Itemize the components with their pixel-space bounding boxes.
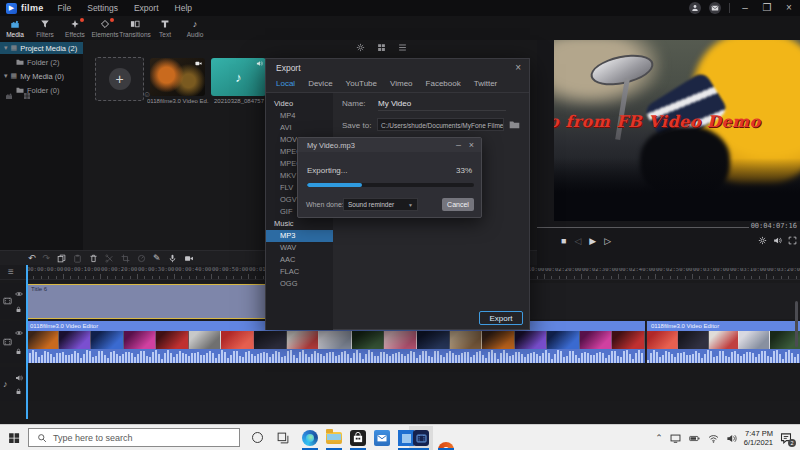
name-field[interactable]: My Video <box>378 99 506 111</box>
export-tab-local[interactable]: Local <box>276 79 295 88</box>
clock[interactable]: 7:47 PM 6/1/2021 <box>744 429 773 448</box>
export-tab-youtube[interactable]: YouTube <box>346 79 377 88</box>
track3-lane[interactable] <box>26 367 800 401</box>
filme-app-icon[interactable] <box>413 430 429 446</box>
video-preview[interactable]: o from FB Video Demo <box>554 30 800 221</box>
toolbar-item-audio[interactable]: ♪Audio <box>180 19 210 38</box>
export-tab-device[interactable]: Device <box>308 79 332 88</box>
progress-close-icon[interactable]: × <box>469 140 474 150</box>
toolbar-item-media[interactable]: Media <box>0 19 30 38</box>
notification-center-icon[interactable]: 2 <box>780 432 792 444</box>
audio-media-thumbnail[interactable]: ♪ <box>211 58 266 96</box>
microsoft-store-icon[interactable] <box>350 430 366 446</box>
annotate-pen-icon[interactable]: ✎ <box>153 253 161 263</box>
toolbar-item-filters[interactable]: Filters <box>30 19 60 38</box>
record-voiceover-mic-icon[interactable] <box>168 254 177 263</box>
paste-icon[interactable] <box>73 254 82 263</box>
mail-app-icon[interactable] <box>374 430 390 446</box>
sidebar-item-my-media-0-[interactable]: ▾▦My Media (0) <box>0 70 83 82</box>
window-restore-button[interactable]: ❐ <box>760 0 774 16</box>
wifi-icon[interactable] <box>708 433 719 444</box>
redo-icon[interactable]: ↷ <box>43 253 51 263</box>
preview-fullscreen-icon[interactable] <box>788 236 797 245</box>
start-button-icon[interactable] <box>8 432 20 444</box>
delete-trash-icon[interactable] <box>89 254 98 263</box>
dialog-export-button[interactable]: Export <box>479 311 523 325</box>
media-grid-view-icon[interactable] <box>377 43 386 52</box>
browse-folder-icon[interactable] <box>509 119 520 130</box>
preview-seek-bar[interactable] <box>537 227 749 228</box>
show-hidden-icons-chevron[interactable]: ⌃ <box>655 433 663 443</box>
track2-visibility-eye-icon[interactable] <box>15 329 23 337</box>
progress-minimize-icon[interactable]: – <box>456 140 461 150</box>
cancel-button[interactable]: Cancel <box>442 198 474 211</box>
toolbar-item-transitions[interactable]: Transitions <box>120 19 150 38</box>
menu-item-file[interactable]: File <box>58 3 72 13</box>
toolbar-item-text[interactable]: Text <box>150 19 180 38</box>
account-button[interactable] <box>689 2 701 14</box>
format-option-mp4[interactable]: MP4 <box>266 110 333 122</box>
preview-settings-gear-icon[interactable] <box>758 236 767 245</box>
battery-icon[interactable] <box>688 433 701 444</box>
stop-button[interactable]: ■ <box>561 236 566 246</box>
tree-caret-icon[interactable]: ▾ <box>4 44 8 52</box>
task-view-icon[interactable] <box>277 432 289 444</box>
toolbar-item-effects[interactable]: Effects <box>60 19 90 38</box>
crop-icon[interactable] <box>121 254 130 263</box>
export-tab-vimeo[interactable]: Vimeo <box>390 79 413 88</box>
save-path-field[interactable]: C:/Users/shude/Documents/MyFone Filme... <box>377 118 504 131</box>
format-option-avi[interactable]: AVI <box>266 122 333 134</box>
format-option-aac[interactable]: AAC <box>266 254 333 266</box>
menu-item-export[interactable]: Export <box>134 3 159 13</box>
cortana-icon[interactable] <box>252 432 263 443</box>
video-media-thumbnail[interactable] <box>150 58 205 96</box>
format-option-ogg[interactable]: OGG <box>266 278 333 290</box>
media-settings-gear-icon[interactable] <box>356 43 365 52</box>
copy-icon[interactable] <box>57 254 66 263</box>
export-tab-twitter[interactable]: Twitter <box>474 79 498 88</box>
track3-volume-icon[interactable] <box>15 374 23 382</box>
window-close-button[interactable]: × <box>782 0 796 16</box>
previous-frame-button[interactable]: ◁ <box>574 236 581 246</box>
format-option-wav[interactable]: WAV <box>266 242 333 254</box>
track1-lock-icon[interactable] <box>15 306 22 313</box>
export-tab-facebook[interactable]: Facebook <box>426 79 461 88</box>
window-minimize-button[interactable]: – <box>738 0 752 16</box>
next-frame-button[interactable]: ▷ <box>604 236 611 246</box>
edge-browser-icon[interactable] <box>302 430 318 446</box>
track2-lock-icon[interactable] <box>15 348 22 355</box>
volume-tray-icon[interactable] <box>726 433 737 444</box>
playhead[interactable] <box>26 265 28 419</box>
media-list-view-icon[interactable] <box>398 43 407 52</box>
menu-item-help[interactable]: Help <box>175 3 192 13</box>
split-scissors-icon[interactable] <box>105 254 114 263</box>
undo-icon[interactable]: ↶ <box>28 253 36 263</box>
preview-volume-icon[interactable] <box>773 236 782 245</box>
track1-visibility-eye-icon[interactable] <box>15 290 23 298</box>
feedback-mail-button[interactable] <box>709 2 721 14</box>
timeline-scrollbar[interactable] <box>795 301 798 347</box>
format-option-flac[interactable]: FLAC <box>266 266 333 278</box>
taskbar-search-input[interactable]: Type here to search <box>28 428 240 447</box>
import-media-tile[interactable]: + <box>95 57 144 101</box>
sidebar-item-folder-2-[interactable]: Folder (2) <box>0 56 83 68</box>
toolbar-item-elements[interactable]: Elements <box>90 19 120 38</box>
format-option-mp3[interactable]: MP3 <box>266 230 333 242</box>
display-tray-icon[interactable] <box>670 433 681 444</box>
menu-item-settings[interactable]: Settings <box>87 3 118 13</box>
track3-lock-icon[interactable] <box>15 388 22 395</box>
export-dialog-close-icon[interactable]: × <box>515 62 521 73</box>
preview-panel: Untitled o from FB Video Demo 00:04:07:1… <box>537 16 800 268</box>
record-screen-camera-icon[interactable] <box>184 254 194 263</box>
tree-caret-icon[interactable]: ▾ <box>4 72 8 80</box>
track-menu-hamburger-icon[interactable]: ≡ <box>8 266 14 277</box>
sidebar-item-project-media-2-[interactable]: ▾▦Project Media (2) <box>0 42 83 54</box>
file-explorer-icon[interactable] <box>326 432 342 444</box>
speed-icon[interactable] <box>137 254 146 263</box>
video-clip[interactable]: 0118filme3.0 Video Editor <box>646 321 800 363</box>
media-filter-video-icon[interactable] <box>5 92 13 100</box>
when-done-dropdown[interactable]: Sound reminder ▼ <box>343 198 418 211</box>
play-button[interactable]: ▶ <box>589 236 596 246</box>
photos-app-icon[interactable] <box>398 430 414 446</box>
media-filter-grid-icon[interactable] <box>23 92 31 100</box>
